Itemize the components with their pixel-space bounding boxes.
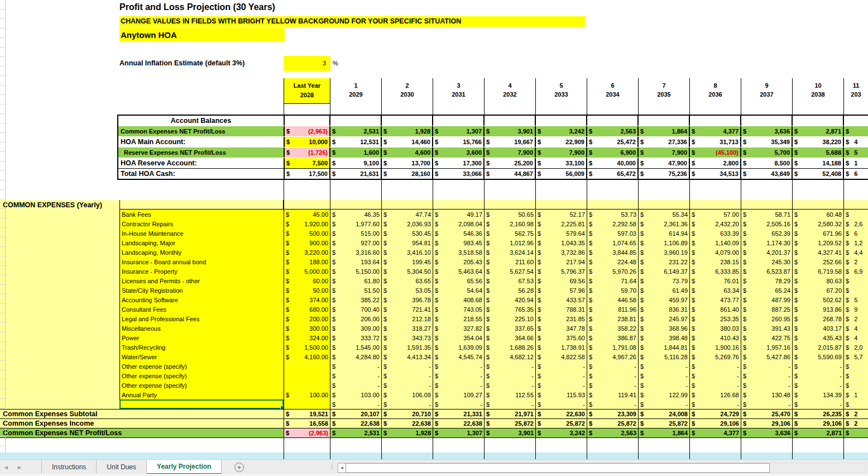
year-2034-cell[interactable]: $- — [587, 399, 639, 409]
year-2034-cell[interactable]: $40,000 — [587, 158, 639, 168]
year-2037-cell[interactable] — [741, 116, 793, 126]
expense-label-cell[interactable]: Licenses and Permits - other — [119, 276, 284, 285]
year-2038-cell[interactable] — [793, 453, 844, 459]
year-2031-cell[interactable]: $408.68 — [433, 295, 485, 304]
year-2033-cell[interactable]: $3,242 — [536, 126, 587, 136]
year-2037-cell[interactable]: $887.25 — [741, 304, 793, 314]
expense-label-cell[interactable]: Insurance - Board annual bond — [119, 257, 284, 266]
year-2034-cell[interactable]: $2,563 — [587, 126, 639, 136]
year-2031-cell[interactable]: $49.17 — [433, 210, 485, 219]
year-2036-cell[interactable]: $2,432.20 — [690, 219, 741, 229]
year-2038-cell[interactable]: $268.78 — [793, 314, 844, 323]
year-2037-cell[interactable]: $8,500 — [741, 158, 793, 168]
expense-label-cell[interactable]: In-House Maintenance — [119, 229, 284, 238]
partial-year-cell[interactable]: $2 — [844, 314, 868, 323]
year-2033-cell[interactable]: $57.96 — [536, 285, 587, 295]
partial-year-cell[interactable]: $6,9 — [844, 266, 868, 276]
expense-label-cell[interactable]: Landscaping, Monthly — [119, 247, 284, 257]
last-year-cell[interactable]: $60.00 — [284, 276, 330, 285]
year-2032-cell[interactable]: $2,160.98 — [485, 219, 536, 229]
partial-year-cell[interactable]: $9 — [844, 304, 868, 314]
year-2031-cell[interactable]: $- — [433, 361, 485, 371]
year-2038-cell[interactable]: $5,590.69 — [793, 352, 844, 361]
year-2038-cell[interactable]: $435.43 — [793, 333, 844, 342]
year-2030-cell[interactable]: $1,591.35 — [382, 342, 433, 352]
selected-cell[interactable] — [119, 399, 284, 409]
expense-label-cell[interactable]: Annual Party — [119, 390, 284, 399]
year-2031-cell[interactable] — [433, 180, 485, 200]
last-year-cell[interactable]: $1,500.00 — [284, 342, 330, 352]
year-2030-cell[interactable]: $1,928 — [382, 429, 433, 437]
year-2032-cell[interactable]: $56.28 — [485, 285, 536, 295]
year-2030-cell[interactable]: $14,460 — [382, 137, 433, 147]
year-2029-cell[interactable] — [330, 438, 382, 453]
year-2035-cell[interactable]: $73.79 — [639, 276, 690, 285]
year-2038-cell[interactable]: $252.66 — [793, 257, 844, 266]
account-row-label[interactable]: HOA Reserve Account: — [118, 158, 284, 168]
year-2038-cell[interactable] — [793, 116, 844, 126]
year-2032-cell[interactable]: $67.53 — [485, 276, 536, 285]
year-2035-cell[interactable]: $- — [639, 399, 690, 409]
year-2032-cell[interactable]: $364.66 — [485, 333, 536, 342]
year-2032-cell[interactable] — [485, 116, 536, 126]
year-2031-cell[interactable]: $54.64 — [433, 285, 485, 295]
year-2032-cell[interactable]: $- — [485, 361, 536, 371]
year-2038-cell[interactable]: $2,871 — [793, 126, 844, 136]
year-2036-cell[interactable]: $861.40 — [690, 304, 741, 314]
year-2036-cell[interactable]: $29,106 — [690, 419, 741, 428]
year-2034-cell[interactable]: $3,844.85 — [587, 247, 639, 257]
year-2037-cell[interactable]: $3,636 — [741, 429, 793, 437]
year-2029-cell[interactable]: $193.64 — [330, 257, 382, 266]
horizontal-scrollbar[interactable]: ◄ — [337, 463, 866, 473]
year-2031-cell[interactable]: $- — [433, 399, 485, 409]
year-2036-cell[interactable]: $- — [690, 380, 741, 390]
year-2035-cell[interactable] — [639, 180, 690, 200]
last-year-cell[interactable]: $45.00 — [284, 210, 330, 219]
last-year-cell[interactable]: $500.00 — [284, 229, 330, 238]
year-2034-cell[interactable] — [587, 180, 639, 200]
year-2032-cell[interactable] — [485, 200, 536, 209]
year-2034-cell[interactable]: $25,472 — [587, 137, 639, 147]
year-2035-cell[interactable]: $368.96 — [639, 323, 690, 333]
last-year-cell[interactable] — [284, 438, 330, 453]
year-2035-cell[interactable]: $398.48 — [639, 333, 690, 342]
partial-year-cell[interactable]: $ — [844, 429, 868, 437]
year-2034-cell[interactable]: $2,563 — [587, 429, 639, 437]
year-2038-cell[interactable]: $- — [793, 371, 844, 380]
year-2033-cell[interactable]: $433.57 — [536, 295, 587, 304]
year-2037-cell[interactable]: $4,201.37 — [741, 247, 793, 257]
year-2038-cell[interactable]: $2,015.87 — [793, 342, 844, 352]
partial-year-cell[interactable]: $4 — [844, 333, 868, 342]
year-2035-cell[interactable]: $27,336 — [639, 137, 690, 147]
year-2030-cell[interactable]: $721.41 — [382, 304, 433, 314]
year-2036-cell[interactable]: $34,513 — [690, 169, 741, 179]
year-2030-cell[interactable]: $318.27 — [382, 323, 433, 333]
partial-year-cell[interactable]: $ — [844, 285, 868, 295]
year-2031-cell[interactable]: $983.45 — [433, 238, 485, 247]
partial-year-cell[interactable]: $5,7 — [844, 352, 868, 361]
year-2033-cell[interactable]: $52.17 — [536, 210, 587, 219]
year-2037-cell[interactable]: $35,349 — [741, 137, 793, 147]
year-2037-cell[interactable]: $65.24 — [741, 285, 793, 295]
year-2035-cell[interactable]: $1,864 — [639, 126, 690, 136]
year-2035-cell[interactable]: $836.31 — [639, 304, 690, 314]
year-2029-cell[interactable]: $46.35 — [330, 210, 382, 219]
last-year-cell[interactable] — [284, 380, 330, 390]
year-2031-cell[interactable]: $546.36 — [433, 229, 485, 238]
year-2034-cell[interactable]: $119.41 — [587, 390, 639, 399]
year-2038-cell[interactable] — [793, 200, 844, 209]
year-2035-cell[interactable]: $61.49 — [639, 285, 690, 295]
year-2032-cell[interactable]: $44,867 — [485, 169, 536, 179]
year-2030-cell[interactable]: $4,413.34 — [382, 352, 433, 361]
year-2034-cell[interactable]: $2,292.58 — [587, 219, 639, 229]
year-2038-cell[interactable]: $403.17 — [793, 323, 844, 333]
year-2030-cell[interactable]: $47.74 — [382, 210, 433, 219]
year-2030-cell[interactable]: $20,710 — [382, 410, 433, 418]
partial-year-cell[interactable]: $2 — [844, 410, 868, 418]
year-2029-cell[interactable]: $515.00 — [330, 229, 382, 238]
year-2037-cell[interactable]: $29,106 — [741, 419, 793, 428]
year-2033-cell[interactable] — [536, 116, 587, 126]
year-2036-cell[interactable]: $410.43 — [690, 333, 741, 342]
year-2031-cell[interactable]: $3,600 — [433, 147, 485, 158]
year-2029-cell[interactable]: $- — [330, 371, 382, 380]
